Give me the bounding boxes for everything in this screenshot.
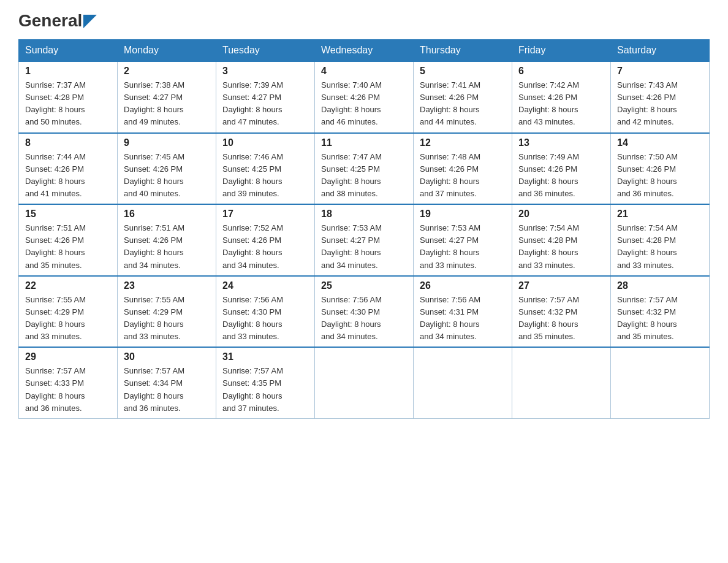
day-info: Sunrise: 7:48 AM Sunset: 4:26 PM Dayligh… xyxy=(420,151,506,201)
calendar-cell: 22 Sunrise: 7:55 AM Sunset: 4:29 PM Dayl… xyxy=(19,276,118,348)
calendar-week-row: 29 Sunrise: 7:57 AM Sunset: 4:33 PM Dayl… xyxy=(19,347,710,418)
day-info: Sunrise: 7:54 AM Sunset: 4:28 PM Dayligh… xyxy=(617,222,703,272)
calendar-cell: 13 Sunrise: 7:49 AM Sunset: 4:26 PM Dayl… xyxy=(512,133,611,205)
day-header-monday: Monday xyxy=(118,40,216,62)
calendar-cell: 6 Sunrise: 7:42 AM Sunset: 4:26 PM Dayli… xyxy=(512,61,611,133)
calendar-cell: 19 Sunrise: 7:53 AM Sunset: 4:27 PM Dayl… xyxy=(414,204,512,276)
day-header-wednesday: Wednesday xyxy=(315,40,414,62)
calendar-cell xyxy=(512,347,611,418)
day-number: 31 xyxy=(222,351,308,362)
calendar-cell: 10 Sunrise: 7:46 AM Sunset: 4:25 PM Dayl… xyxy=(216,133,315,205)
day-number: 26 xyxy=(420,280,506,291)
day-info: Sunrise: 7:37 AM Sunset: 4:28 PM Dayligh… xyxy=(25,79,111,129)
day-info: Sunrise: 7:42 AM Sunset: 4:26 PM Dayligh… xyxy=(518,79,604,129)
day-number: 5 xyxy=(420,66,506,77)
calendar-cell: 7 Sunrise: 7:43 AM Sunset: 4:26 PM Dayli… xyxy=(611,61,710,133)
calendar-cell: 18 Sunrise: 7:53 AM Sunset: 4:27 PM Dayl… xyxy=(315,204,414,276)
day-info: Sunrise: 7:55 AM Sunset: 4:29 PM Dayligh… xyxy=(124,294,210,343)
calendar-cell: 14 Sunrise: 7:50 AM Sunset: 4:26 PM Dayl… xyxy=(611,133,710,205)
day-info: Sunrise: 7:45 AM Sunset: 4:26 PM Dayligh… xyxy=(124,151,210,201)
day-info: Sunrise: 7:41 AM Sunset: 4:26 PM Dayligh… xyxy=(420,79,506,129)
day-number: 22 xyxy=(25,280,111,291)
day-info: Sunrise: 7:50 AM Sunset: 4:26 PM Dayligh… xyxy=(617,151,703,201)
calendar-cell: 26 Sunrise: 7:56 AM Sunset: 4:31 PM Dayl… xyxy=(414,276,512,348)
calendar-cell: 30 Sunrise: 7:57 AM Sunset: 4:34 PM Dayl… xyxy=(118,347,216,418)
calendar-cell: 23 Sunrise: 7:55 AM Sunset: 4:29 PM Dayl… xyxy=(118,276,216,348)
day-number: 2 xyxy=(124,66,210,77)
calendar-cell: 8 Sunrise: 7:44 AM Sunset: 4:26 PM Dayli… xyxy=(19,133,118,205)
day-header-sunday: Sunday xyxy=(19,40,118,62)
calendar-cell: 12 Sunrise: 7:48 AM Sunset: 4:26 PM Dayl… xyxy=(414,133,512,205)
calendar-cell: 5 Sunrise: 7:41 AM Sunset: 4:26 PM Dayli… xyxy=(414,61,512,133)
day-info: Sunrise: 7:56 AM Sunset: 4:30 PM Dayligh… xyxy=(321,294,407,343)
day-info: Sunrise: 7:38 AM Sunset: 4:27 PM Dayligh… xyxy=(124,79,210,129)
day-number: 15 xyxy=(25,209,111,220)
day-number: 4 xyxy=(321,66,407,77)
calendar-cell: 27 Sunrise: 7:57 AM Sunset: 4:32 PM Dayl… xyxy=(512,276,611,348)
day-number: 23 xyxy=(124,280,210,291)
calendar-cell xyxy=(414,347,512,418)
day-info: Sunrise: 7:57 AM Sunset: 4:32 PM Dayligh… xyxy=(518,294,604,343)
calendar-cell: 28 Sunrise: 7:57 AM Sunset: 4:32 PM Dayl… xyxy=(611,276,710,348)
day-number: 24 xyxy=(222,280,308,291)
calendar-cell: 21 Sunrise: 7:54 AM Sunset: 4:28 PM Dayl… xyxy=(611,204,710,276)
calendar-cell: 25 Sunrise: 7:56 AM Sunset: 4:30 PM Dayl… xyxy=(315,276,414,348)
day-info: Sunrise: 7:43 AM Sunset: 4:26 PM Dayligh… xyxy=(617,79,703,129)
calendar-cell xyxy=(611,347,710,418)
day-header-friday: Friday xyxy=(512,40,611,62)
day-number: 3 xyxy=(222,66,308,77)
day-number: 14 xyxy=(617,137,703,148)
day-info: Sunrise: 7:44 AM Sunset: 4:26 PM Dayligh… xyxy=(25,151,111,201)
calendar-cell: 11 Sunrise: 7:47 AM Sunset: 4:25 PM Dayl… xyxy=(315,133,414,205)
day-info: Sunrise: 7:57 AM Sunset: 4:32 PM Dayligh… xyxy=(617,294,703,343)
day-header-tuesday: Tuesday xyxy=(216,40,315,62)
calendar-cell xyxy=(315,347,414,418)
day-number: 18 xyxy=(321,209,407,220)
day-info: Sunrise: 7:39 AM Sunset: 4:27 PM Dayligh… xyxy=(222,79,308,129)
day-info: Sunrise: 7:53 AM Sunset: 4:27 PM Dayligh… xyxy=(420,222,506,272)
logo-text-general: General xyxy=(18,12,82,29)
day-number: 1 xyxy=(25,66,111,77)
day-number: 20 xyxy=(518,209,604,220)
day-info: Sunrise: 7:57 AM Sunset: 4:33 PM Dayligh… xyxy=(25,365,111,415)
day-number: 12 xyxy=(420,137,506,148)
day-number: 8 xyxy=(25,137,111,148)
day-number: 25 xyxy=(321,280,407,291)
day-number: 27 xyxy=(518,280,604,291)
day-info: Sunrise: 7:56 AM Sunset: 4:31 PM Dayligh… xyxy=(420,294,506,343)
calendar-week-row: 15 Sunrise: 7:51 AM Sunset: 4:26 PM Dayl… xyxy=(19,204,710,276)
day-info: Sunrise: 7:52 AM Sunset: 4:26 PM Dayligh… xyxy=(222,222,308,272)
day-number: 21 xyxy=(617,209,703,220)
day-info: Sunrise: 7:57 AM Sunset: 4:35 PM Dayligh… xyxy=(222,365,308,415)
calendar-cell: 9 Sunrise: 7:45 AM Sunset: 4:26 PM Dayli… xyxy=(118,133,216,205)
calendar-week-row: 22 Sunrise: 7:55 AM Sunset: 4:29 PM Dayl… xyxy=(19,276,710,348)
calendar-cell: 17 Sunrise: 7:52 AM Sunset: 4:26 PM Dayl… xyxy=(216,204,315,276)
day-number: 7 xyxy=(617,66,703,77)
calendar-cell: 16 Sunrise: 7:51 AM Sunset: 4:26 PM Dayl… xyxy=(118,204,216,276)
calendar-week-row: 1 Sunrise: 7:37 AM Sunset: 4:28 PM Dayli… xyxy=(19,61,710,133)
calendar-cell: 29 Sunrise: 7:57 AM Sunset: 4:33 PM Dayl… xyxy=(19,347,118,418)
day-info: Sunrise: 7:46 AM Sunset: 4:25 PM Dayligh… xyxy=(222,151,308,201)
logo: General xyxy=(18,12,97,29)
day-info: Sunrise: 7:56 AM Sunset: 4:30 PM Dayligh… xyxy=(222,294,308,343)
day-info: Sunrise: 7:51 AM Sunset: 4:26 PM Dayligh… xyxy=(25,222,111,272)
calendar-cell: 31 Sunrise: 7:57 AM Sunset: 4:35 PM Dayl… xyxy=(216,347,315,418)
day-info: Sunrise: 7:40 AM Sunset: 4:26 PM Dayligh… xyxy=(321,79,407,129)
day-number: 9 xyxy=(124,137,210,148)
calendar-header-row: SundayMondayTuesdayWednesdayThursdayFrid… xyxy=(19,40,710,62)
day-number: 17 xyxy=(222,209,308,220)
calendar-cell: 2 Sunrise: 7:38 AM Sunset: 4:27 PM Dayli… xyxy=(118,61,216,133)
calendar-cell: 20 Sunrise: 7:54 AM Sunset: 4:28 PM Dayl… xyxy=(512,204,611,276)
logo-arrow-icon xyxy=(83,15,97,28)
day-number: 16 xyxy=(124,209,210,220)
day-number: 30 xyxy=(124,351,210,362)
day-number: 11 xyxy=(321,137,407,148)
calendar-cell: 24 Sunrise: 7:56 AM Sunset: 4:30 PM Dayl… xyxy=(216,276,315,348)
day-info: Sunrise: 7:51 AM Sunset: 4:26 PM Dayligh… xyxy=(124,222,210,272)
day-number: 13 xyxy=(518,137,604,148)
day-info: Sunrise: 7:55 AM Sunset: 4:29 PM Dayligh… xyxy=(25,294,111,343)
calendar-table: SundayMondayTuesdayWednesdayThursdayFrid… xyxy=(18,39,710,419)
calendar-cell: 3 Sunrise: 7:39 AM Sunset: 4:27 PM Dayli… xyxy=(216,61,315,133)
day-header-saturday: Saturday xyxy=(611,40,710,62)
calendar-cell: 4 Sunrise: 7:40 AM Sunset: 4:26 PM Dayli… xyxy=(315,61,414,133)
